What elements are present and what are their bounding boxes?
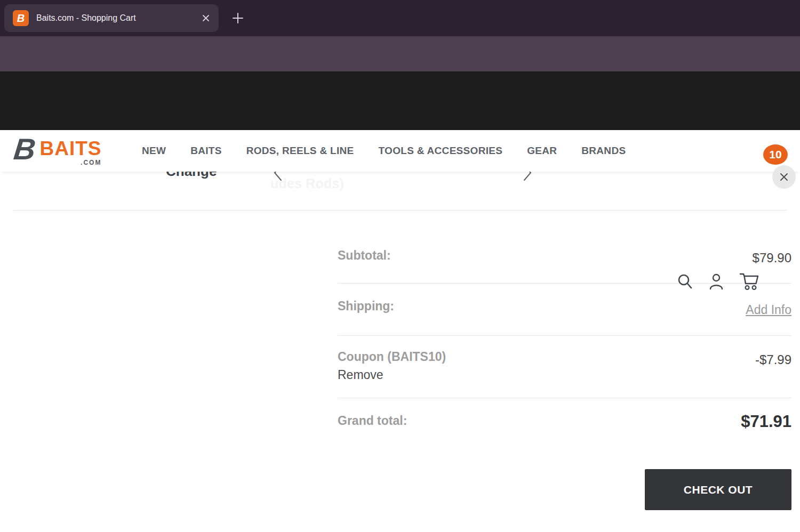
logo-tld: .COM — [81, 159, 101, 166]
nav-item-tools-accessories[interactable]: TOOLS & ACCESSORIES — [379, 145, 503, 157]
content-divider — [13, 210, 787, 211]
close-button[interactable] — [772, 165, 796, 189]
grand-total-value: $71.91 — [741, 412, 791, 431]
baits-favicon-icon: B — [13, 10, 29, 26]
coupon-value: -$7.99 — [755, 352, 791, 367]
promo-banner: on Orders Over $50 udes Rods) Buy Now, P… — [0, 71, 800, 130]
shipping-add-info-link[interactable]: Add Info — [746, 303, 791, 317]
nav-item-rods-reels-line[interactable]: RODS, REELS & LINE — [246, 145, 354, 157]
browser-toolbar: baits.com/cart.php 文A — [0, 36, 800, 71]
coupon-label: Coupon (BAITS10) — [338, 350, 446, 364]
summary-divider — [338, 398, 791, 398]
cart-count-badge: 10 — [763, 144, 788, 165]
coupon-remove-link[interactable]: Remove — [338, 368, 383, 382]
tab-close-icon[interactable] — [202, 14, 210, 22]
promo-slide-left-line2: udes Rods) — [270, 176, 344, 191]
shipping-label: Shipping: — [338, 299, 394, 313]
search-icon[interactable] — [676, 273, 693, 290]
subtotal-label: Subtotal: — [338, 248, 391, 263]
main-nav: NEW BAITS RODS, REELS & LINE TOOLS & ACC… — [142, 130, 626, 172]
account-icon[interactable] — [708, 273, 725, 291]
page: B Baits.com - Shopping Cart — [0, 0, 800, 532]
subtotal-value: $79.90 — [753, 251, 791, 265]
cart-icon[interactable] — [738, 271, 761, 292]
logo-mark: B — [12, 134, 37, 164]
close-icon — [779, 172, 789, 182]
checkout-button[interactable]: CHECK OUT — [645, 469, 791, 510]
tab-title: Baits.com - Shopping Cart — [36, 13, 202, 23]
logo-name: BAITS — [39, 138, 101, 159]
browser-tabbar: B Baits.com - Shopping Cart — [0, 0, 800, 36]
nav-item-brands[interactable]: BRANDS — [581, 145, 626, 157]
grand-total-label: Grand total: — [338, 414, 407, 428]
summary-divider — [338, 335, 791, 336]
baits-logo[interactable]: B BAITS .COM — [14, 134, 101, 164]
new-tab-button[interactable] — [229, 10, 246, 27]
site-header: B BAITS .COM NEW BAITS RODS, REELS & LIN… — [0, 130, 800, 172]
nav-item-new[interactable]: NEW — [142, 145, 166, 157]
nav-item-baits[interactable]: BAITS — [190, 145, 222, 157]
browser-tab[interactable]: B Baits.com - Shopping Cart — [4, 4, 219, 32]
nav-item-gear[interactable]: GEAR — [527, 145, 557, 157]
